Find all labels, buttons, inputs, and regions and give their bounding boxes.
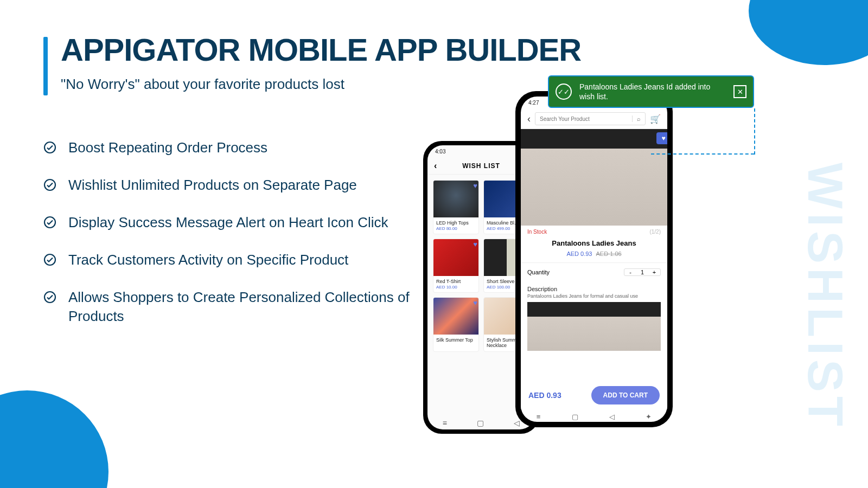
product-image <box>433 298 478 335</box>
wishlist-card[interactable]: ♥ LED High Tops AED 80.00 <box>433 180 479 234</box>
stock-status: In Stock <box>527 229 547 235</box>
status-time: 4:03 <box>435 149 445 155</box>
nav-home-icon[interactable]: ▢ <box>572 413 578 421</box>
page-subtitle: "No Worry's" about your favorite product… <box>61 76 344 93</box>
feature-text: Display Success Message Alert on Heart I… <box>68 213 388 232</box>
page-title: APPIGATOR MOBILE APP BUILDER <box>61 31 581 68</box>
feature-text: Allows Shoppers to Create Personalized C… <box>68 288 412 326</box>
product-name: Pantaloons Ladies Jeans <box>521 238 667 248</box>
product-price: AED 80.00 <box>433 226 478 234</box>
product-name: Silk Summer Top <box>433 335 478 343</box>
product-old-price: AED 1.06 <box>596 251 622 257</box>
heart-icon[interactable]: ♥ <box>473 182 477 190</box>
feature-item: Track Customers Activity on Specific Pro… <box>43 251 412 269</box>
add-to-cart-button[interactable]: ADD TO CART <box>591 386 660 404</box>
feature-item: Display Success Message Alert on Heart I… <box>43 213 412 232</box>
check-icon <box>43 178 56 191</box>
check-icon <box>43 291 56 304</box>
feature-text: Track Customers Activity on Specific Pro… <box>68 251 348 269</box>
feature-item: Allows Shoppers to Create Personalized C… <box>43 288 412 326</box>
search-icon[interactable]: ⌕ <box>632 115 645 122</box>
wishlist-card[interactable]: ♥ Silk Summer Top <box>433 297 479 352</box>
close-icon[interactable]: ✕ <box>733 85 746 98</box>
product-price: AED 0.93 <box>566 251 592 257</box>
heart-icon[interactable]: ♥ <box>473 240 477 248</box>
quantity-label: Quantity <box>527 269 550 275</box>
product-name: Red T-Shirt <box>433 276 478 285</box>
check-icon <box>43 253 56 266</box>
description-text: Pantaloons Ladies Jeans for formal and c… <box>521 293 667 302</box>
product-image <box>433 239 478 276</box>
check-icon: ✓✓ <box>556 84 572 100</box>
android-nav-bar: ≡ ▢ ◁ ✦ <box>521 413 667 421</box>
product-hero-image: ♥ <box>521 129 667 226</box>
image-counter: (1/2) <box>649 229 661 235</box>
feature-text: Wishlist Unlimited Products on Separate … <box>68 176 357 195</box>
product-image <box>433 181 478 217</box>
product-name: LED High Tops <box>433 217 478 226</box>
back-icon[interactable]: ‹ <box>527 113 531 125</box>
wishlist-card[interactable]: ♥ Red T-Shirt AED 10.00 <box>433 239 479 293</box>
heart-icon[interactable]: ♥ <box>473 299 477 307</box>
description-heading: Description <box>521 281 667 293</box>
callout-connector <box>754 108 755 155</box>
product-price <box>433 343 478 346</box>
phone-product-mockup: 4:27 ◉ ◉ ▮ ‹ ⌕ 🛒 ♥ In Stock (1/2) Pantal… <box>515 91 673 427</box>
android-nav-bar: ≡ ▢ ◁ <box>427 419 535 427</box>
feature-list: Boost Repeating Order Process Wishlist U… <box>43 138 412 345</box>
qty-value: 1 <box>636 269 648 275</box>
decor-corner-top-right <box>749 0 868 65</box>
quantity-stepper[interactable]: - 1 + <box>624 268 661 276</box>
wishlist-vertical-label: WISHLIST <box>797 163 853 431</box>
qty-minus-button[interactable]: - <box>624 269 636 275</box>
feature-item: Boost Repeating Order Process <box>43 138 412 157</box>
qty-plus-button[interactable]: + <box>648 269 660 275</box>
product-price: AED 10.00 <box>433 285 478 292</box>
feature-text: Boost Repeating Order Process <box>68 138 267 157</box>
callout-connector <box>651 153 754 155</box>
nav-accessibility-icon[interactable]: ✦ <box>646 413 652 421</box>
nav-back-icon[interactable]: ◁ <box>514 419 520 427</box>
description-image <box>527 302 661 351</box>
title-accent-bar <box>43 37 48 95</box>
nav-menu-icon[interactable]: ≡ <box>443 419 447 427</box>
check-icon <box>43 141 56 154</box>
wishlist-title: WISH LIST <box>462 162 500 170</box>
back-icon[interactable]: ‹ <box>434 161 437 171</box>
bottom-bar-price: AED 0.93 <box>528 391 561 400</box>
status-time: 4:27 <box>528 100 539 106</box>
search-input[interactable] <box>535 116 632 122</box>
search-field[interactable]: ⌕ <box>535 112 646 125</box>
success-toast: ✓✓ Pantaloons Ladies Jeans Id added into… <box>548 75 754 108</box>
nav-menu-icon[interactable]: ≡ <box>537 413 541 421</box>
nav-home-icon[interactable]: ▢ <box>477 419 484 427</box>
heart-icon[interactable]: ♥ <box>656 132 667 144</box>
check-icon <box>43 216 56 229</box>
feature-item: Wishlist Unlimited Products on Separate … <box>43 176 412 195</box>
decor-corner-bottom-left <box>0 390 108 488</box>
nav-back-icon[interactable]: ◁ <box>609 413 615 421</box>
cart-icon[interactable]: 🛒 <box>650 114 661 124</box>
toast-message: Pantaloons Ladies Jeans Id added into wi… <box>579 82 726 101</box>
